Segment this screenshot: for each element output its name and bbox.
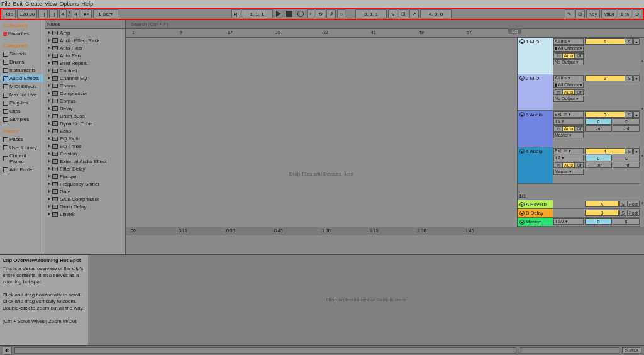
sig-denominator[interactable]: 4 [72, 9, 79, 18]
device-glue-compressor[interactable]: Glue Compressor [45, 195, 125, 203]
category-samples[interactable]: Samples [1, 115, 43, 123]
record-button[interactable] [297, 11, 304, 17]
device-eq-three[interactable]: EQ Three [45, 142, 125, 150]
category-sounds[interactable]: Sounds [1, 50, 43, 58]
punch-out-icon[interactable]: ↗ [409, 9, 419, 18]
category-midi-effects[interactable]: MIDI Effects [1, 82, 43, 91]
metronome-icon[interactable]: ●< [80, 9, 92, 18]
control-bar: Tap 120.00 ||| ||| 4 / 4 ●< 1 Bar ▾ ▸| 1… [0, 8, 644, 20]
quantize-menu[interactable]: 1 Bar ▾ [93, 9, 118, 18]
category-drums[interactable]: Drums [1, 58, 43, 66]
category-instruments[interactable]: Instruments [1, 66, 43, 74]
return-A[interactable]: ▸A ReverbASPost [518, 200, 640, 209]
device-filter-delay[interactable]: Filter Delay [45, 165, 125, 172]
device-flanger[interactable]: Flanger [45, 172, 125, 180]
favorites-item[interactable]: Favorites [1, 30, 43, 38]
loop-start[interactable]: 3. 1. 1 [355, 9, 387, 18]
places-header: Places [1, 127, 43, 135]
menu-view[interactable]: View [45, 1, 57, 7]
place-packs[interactable]: Packs [1, 135, 43, 144]
name-column-header[interactable]: Name [45, 20, 125, 29]
device-amp[interactable]: Amp [45, 29, 125, 37]
category-clips[interactable]: Clips [1, 107, 43, 115]
device-beat-repeat[interactable]: Beat Repeat [45, 59, 125, 67]
follow-button[interactable]: ▸| [231, 9, 240, 18]
device-frequency-shifter[interactable]: Frequency Shifter [45, 180, 125, 188]
category-audio-effects[interactable]: Audio Effects [1, 74, 43, 82]
draw-mode-icon[interactable]: ✎ [565, 9, 574, 18]
overload-indicator[interactable]: D [633, 9, 641, 18]
track-scroll[interactable] [640, 38, 644, 227]
nudge-down-icon[interactable]: ||| [38, 9, 47, 18]
master-track[interactable]: ▸Masterii 1/2 ▾00 [518, 218, 640, 227]
track-1[interactable]: ▸1 MIDIAll Ins ▾▮ All Channe▾InAutoOffNo… [518, 38, 640, 74]
midi-map-button[interactable]: MIDI [601, 9, 617, 18]
stop-button[interactable] [286, 11, 292, 17]
device-auto-filter[interactable]: Auto Filter [45, 44, 125, 52]
info-view: Clip Overview/Zooming Hot Spot This is a… [0, 255, 88, 345]
device-list[interactable]: AmpAudio Effect RackAuto FilterAuto PanB… [45, 29, 125, 253]
browser-panel: Collections Favorites Categories SoundsD… [0, 20, 126, 254]
tap-tempo-button[interactable]: Tap [3, 9, 16, 18]
punch-in-icon[interactable]: ↘ [388, 9, 397, 18]
track-2[interactable]: ▸2 MIDIAll Ins ▾▮ All Channe▾InAutoOffNo… [518, 74, 640, 111]
device-cabinet[interactable]: Cabinet [45, 67, 125, 74]
reenable-automation-button[interactable]: ↺ [326, 9, 336, 18]
play-button[interactable] [276, 11, 281, 17]
device-grain-delay[interactable]: Grain Delay [45, 203, 125, 210]
categories-header: Categories [1, 42, 43, 50]
device-erosion[interactable]: Erosion [45, 150, 125, 157]
menu-help[interactable]: Help [81, 1, 93, 7]
key-map-button[interactable]: Key [586, 9, 600, 18]
search-input[interactable]: Search (Ctrl + F) [131, 21, 168, 27]
return-B[interactable]: ▸B DelayBSPost [518, 209, 640, 218]
device-drop-area[interactable]: Drop an Instrument or Sample Here [88, 255, 644, 345]
device-eq-eight[interactable]: EQ Eight [45, 135, 125, 142]
menu-file[interactable]: File [1, 1, 11, 7]
timeline-canvas[interactable]: Drop Files and Devices Here [126, 38, 518, 227]
device-chorus[interactable]: Chorus [45, 82, 125, 89]
menu-create[interactable]: Create [25, 1, 42, 7]
category-max-for-live[interactable]: Max for Live [1, 91, 43, 99]
category-plug-ins[interactable]: Plug-Ins [1, 99, 43, 107]
nudge-up-icon[interactable]: ||| [49, 9, 58, 18]
overdub-button[interactable]: + [307, 9, 315, 18]
status-toggle-icon[interactable]: ◐ [3, 346, 12, 355]
loop-switch[interactable]: ⊡ [399, 9, 408, 18]
time-ruler[interactable]: :00:0:15:0:30:0:45:1:00:1:15:1:30:1:45 [126, 227, 644, 235]
keyboard-icon[interactable]: ⊞ [575, 9, 585, 18]
tempo-field[interactable]: 120.00 [17, 9, 37, 18]
clip-overview[interactable] [14, 347, 516, 354]
loop-length[interactable]: 4. 0. 0 [420, 9, 452, 18]
capture-button[interactable]: ○ [337, 9, 345, 18]
zoom-ratio: 1/1 [519, 193, 526, 199]
place-user-library[interactable]: User Library [1, 144, 43, 152]
device-corpus[interactable]: Corpus [45, 97, 125, 104]
place-current-projec[interactable]: Current Projec [1, 152, 43, 166]
device-gate[interactable]: Gate [45, 188, 125, 195]
menu-edit[interactable]: Edit [13, 1, 23, 7]
device-dynamic-tube[interactable]: Dynamic Tube [45, 120, 125, 127]
device-limiter[interactable]: Limiter [45, 210, 125, 218]
drop-hint: Drop Files and Devices Here [289, 171, 353, 177]
device-echo[interactable]: Echo [45, 127, 125, 135]
arrange-position[interactable]: 1. 1. 1 [242, 9, 273, 18]
device-audio-effect-rack[interactable]: Audio Effect Rack [45, 37, 125, 44]
device-delay[interactable]: Delay [45, 104, 125, 112]
status-scroll[interactable] [519, 347, 619, 354]
track-3[interactable]: ▸3 AudioExt. In ▾ii 1 ▾InAutoOffMaster ▾… [518, 111, 640, 147]
device-channel-eq[interactable]: Channel EQ [45, 74, 125, 82]
device-external-audio-effect[interactable]: External Audio Effect [45, 157, 125, 165]
menu-options[interactable]: Options [59, 1, 79, 7]
place-add-folder-[interactable]: Add Folder... [1, 166, 43, 174]
device-auto-pan[interactable]: Auto Pan [45, 52, 125, 59]
track-4[interactable]: ▸4 AudioExt. In ▾ii 2 ▾InAutoOffMaster ▾… [518, 147, 640, 184]
set-marker[interactable]: Set [508, 28, 521, 34]
bar-ruler[interactable]: 19172533414957 [126, 29, 644, 38]
device-compressor[interactable]: Compressor [45, 89, 125, 97]
collections-header: Collections [1, 21, 43, 30]
midi-track-indicator: 5-MIDI [622, 347, 641, 354]
automation-arm-button[interactable]: ⟲ [316, 9, 325, 18]
sig-numerator[interactable]: 4 [59, 9, 67, 18]
device-drum-buss[interactable]: Drum Buss [45, 112, 125, 120]
